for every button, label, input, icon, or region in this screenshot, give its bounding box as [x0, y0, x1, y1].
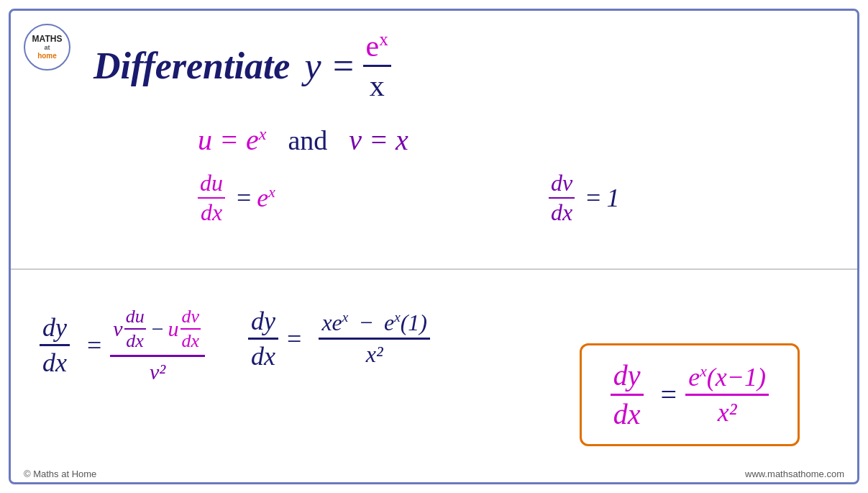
bottom-section: dy dx = v du dx − u dv dx	[11, 270, 857, 482]
quotient-frac: v du dx − u dv dx v²	[110, 306, 205, 384]
differentiate-label: Differentiate	[93, 45, 290, 87]
du-dx-value: ex	[257, 183, 275, 213]
qf-denominator: v²	[147, 357, 168, 384]
qf-minus: −	[152, 317, 164, 341]
fa-denominator: x²	[715, 396, 740, 428]
substituted-formula: dy dx = xex − ex(1) x²	[248, 306, 430, 371]
qf-dv: dv	[181, 306, 201, 330]
rf-num-minus: −	[358, 309, 374, 335]
title-row: Differentiate y = ex x	[93, 29, 814, 103]
dv-dx-num: dv	[549, 170, 575, 199]
dv-dx-den: dx	[549, 199, 575, 226]
rf-fraction: xex − ex(1) x²	[319, 309, 430, 368]
dv-dx-value: 1	[606, 183, 619, 213]
u-exp: x	[259, 125, 267, 143]
qf-u: u	[168, 317, 179, 341]
rf-dy: dy	[248, 306, 278, 340]
rf-denominator: x²	[363, 340, 386, 368]
qf-dx1: dx	[124, 330, 145, 352]
rf-equals: =	[287, 324, 301, 354]
dv-dx-frac: dv dx	[549, 170, 575, 226]
fa-dy-dx: dy dx	[611, 358, 644, 431]
logo-home: home	[37, 52, 57, 60]
top-section: MATHS at home Differentiate y = ex x u =…	[11, 11, 857, 270]
rf-num-exp1: x	[342, 309, 349, 325]
and-text: and	[288, 125, 327, 156]
rf-dy-dx: dy dx	[248, 306, 278, 371]
rf-dx: dx	[248, 340, 278, 371]
u-expression: u = ex	[198, 123, 266, 157]
qf-dv-dx: dv dx	[181, 306, 201, 352]
qf-v: v	[113, 317, 122, 341]
final-answer-box: dy dx = ex(x−1) x²	[580, 343, 800, 446]
fa-equals: =	[661, 378, 677, 412]
footer-left: © Maths at Home	[24, 469, 96, 479]
footer-right: www.mathsathome.com	[745, 469, 844, 479]
rf-num-exp2: x	[394, 309, 401, 325]
footer: © Maths at Home www.mathsathome.com	[11, 469, 857, 479]
logo: MATHS at home	[24, 24, 70, 71]
logo-maths: MATHS	[32, 34, 63, 44]
qf-du-dx: du dx	[124, 306, 146, 352]
qf-dx2: dx	[181, 330, 201, 352]
title-y-eq: y =	[304, 45, 355, 87]
du-dx-frac: du dx	[198, 170, 225, 226]
du-dx-section: du dx = ex	[198, 170, 275, 226]
du-dx-den: dx	[198, 199, 224, 226]
dv-dx-equals: =	[586, 183, 600, 213]
fa-num-exp: x	[700, 363, 707, 380]
fa-numerator: ex(x−1)	[685, 362, 769, 396]
title-numerator: ex	[363, 29, 391, 67]
uv-row: u = ex and v = x	[198, 123, 814, 157]
logo-at: at	[44, 44, 50, 52]
title-denominator: x	[367, 67, 388, 103]
title-fraction: ex x	[363, 29, 391, 103]
v-expression: v = x	[349, 123, 408, 157]
qf-numerator: v du dx − u dv dx	[110, 306, 205, 357]
lhs-equals: =	[87, 330, 101, 361]
dudv-row: du dx = ex dv dx = 1	[198, 170, 814, 226]
rf-numerator: xex − ex(1)	[319, 309, 430, 340]
lhs-dy-dx: dy dx	[40, 312, 70, 378]
lhs-dy: dy	[40, 312, 70, 346]
dv-dx-section: dv dx = 1	[549, 170, 620, 226]
quotient-rule-formula: dy dx = v du dx − u dv dx	[40, 306, 205, 384]
title-numerator-exp: x	[379, 30, 388, 49]
du-dx-value-exp: x	[268, 184, 275, 201]
rf-equation: dy dx = xex − ex(1) x²	[248, 306, 430, 371]
main-container: MATHS at home Differentiate y = ex x u =…	[9, 9, 859, 484]
fa-fraction: ex(x−1) x²	[685, 362, 769, 428]
fa-dx: dx	[611, 396, 644, 431]
qf-du: du	[124, 306, 146, 330]
du-dx-equals: =	[237, 183, 251, 213]
du-dx-num: du	[198, 170, 225, 199]
lhs-dx: dx	[40, 346, 70, 378]
fa-dy: dy	[611, 358, 644, 396]
